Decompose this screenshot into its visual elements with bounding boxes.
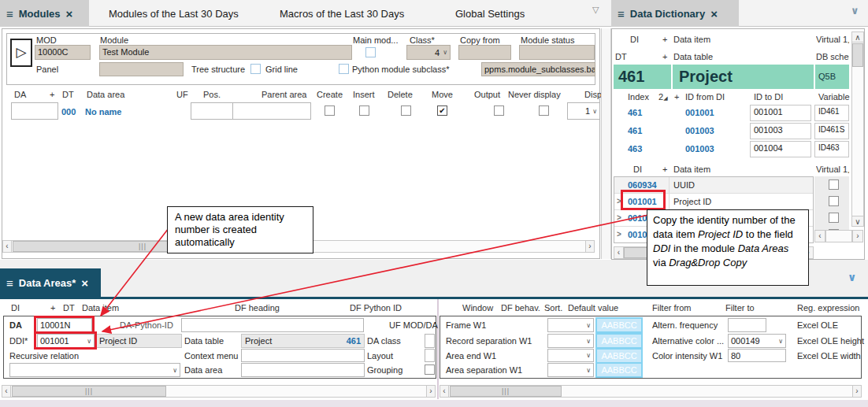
data-table-field[interactable]: Project 461: [241, 334, 365, 348]
map-header-id-to[interactable]: ID to DI: [754, 92, 783, 102]
dict-header-virtual[interactable]: Virtual 1◢: [816, 35, 849, 44]
map-row-id-to[interactable]: 001004: [750, 141, 811, 157]
col-header-data-area[interactable]: Data area: [87, 90, 124, 99]
map-row-id-to[interactable]: 001003: [750, 123, 811, 139]
area-end-color-swatch[interactable]: AABBCC: [595, 348, 643, 364]
scroll-right-icon[interactable]: ›: [426, 385, 436, 398]
record-separation-dropdown[interactable]: ∨: [547, 334, 594, 348]
selected-table-name-cell[interactable]: Project: [673, 65, 814, 89]
copy-from-field[interactable]: [458, 45, 511, 60]
move-checkbox[interactable]: ✔: [437, 105, 447, 116]
scroll-right-icon[interactable]: ›: [585, 240, 595, 253]
area-separation-color-swatch[interactable]: AABBCC: [595, 362, 643, 378]
col-header-parent-area[interactable]: Parent area: [262, 90, 306, 99]
map-row-id-from[interactable]: 001003: [685, 126, 714, 135]
items-header-plus[interactable]: +: [662, 165, 667, 174]
dict-header-plus2[interactable]: +: [662, 52, 667, 61]
module-status-field[interactable]: [519, 45, 595, 60]
da-header-sort[interactable]: Sort.: [544, 303, 562, 313]
da-left-hscroll-thumb[interactable]: |||: [12, 386, 166, 397]
map-row-index[interactable]: 461: [628, 126, 642, 135]
module-field[interactable]: Test Module: [99, 45, 352, 60]
expand-icon[interactable]: >: [617, 213, 621, 222]
da-header-dt[interactable]: DT: [63, 303, 75, 313]
layout-field[interactable]: [425, 349, 435, 362]
scroll-up-icon[interactable]: ∧: [851, 31, 864, 43]
area-separation-dropdown[interactable]: ∨: [547, 363, 594, 377]
expand-icon[interactable]: >: [617, 230, 621, 239]
map-row-id-from[interactable]: 001003: [685, 144, 714, 154]
da-header-df-python-id[interactable]: DF Python ID: [350, 303, 402, 313]
dt-value[interactable]: 000: [61, 107, 76, 117]
tabbar-dropdown-icon[interactable]: ▽: [592, 5, 599, 15]
scroll-left-icon[interactable]: ‹: [2, 385, 11, 398]
col-header-pos[interactable]: Pos.: [203, 90, 221, 99]
items-header-virtual[interactable]: Virtual 1◢: [816, 165, 849, 174]
area-end-dropdown[interactable]: ∨: [547, 349, 594, 362]
da-header-default-value[interactable]: Default value: [568, 303, 618, 313]
alternative-color-dropdown[interactable]: 000149 ∨: [728, 334, 786, 348]
scroll-right-icon[interactable]: ›: [852, 385, 862, 398]
close-icon[interactable]: ×: [66, 7, 73, 20]
create-checkbox[interactable]: [325, 105, 335, 116]
item-di[interactable]: 0010: [628, 213, 647, 223]
panel-collapse-icon[interactable]: ∨: [848, 271, 856, 283]
da-header-window[interactable]: Window: [462, 303, 493, 313]
dict-header-plus[interactable]: +: [662, 35, 667, 44]
map-row-variable[interactable]: ID461: [814, 105, 849, 121]
color-intensity-field[interactable]: 80: [728, 349, 786, 362]
python-subclass-checkbox[interactable]: [339, 64, 349, 74]
da-header-di[interactable]: DI: [11, 303, 20, 313]
close-icon[interactable]: ×: [81, 276, 88, 290]
map-row-variable[interactable]: ID463: [814, 141, 849, 157]
parent-area-input[interactable]: [232, 102, 311, 120]
panel-field[interactable]: [99, 62, 184, 76]
tab-global-settings[interactable]: Global Settings: [455, 8, 525, 20]
da-right-hscroll-thumb[interactable]: |||: [450, 386, 562, 397]
tab-modules[interactable]: ≡ Modules ×: [0, 0, 89, 27]
virtual-checkbox[interactable]: [829, 213, 839, 223]
selected-table-schema-cell[interactable]: Q5B: [815, 65, 849, 89]
da-header-df-heading[interactable]: DF heading: [235, 303, 280, 313]
da-header-filter-to[interactable]: Filter to: [725, 303, 755, 313]
dict-vscroll-thumb[interactable]: [852, 43, 863, 67]
run-module-button[interactable]: ▷: [10, 39, 32, 67]
scroll-left-icon[interactable]: ‹: [814, 230, 825, 242]
output-checkbox[interactable]: [494, 105, 504, 116]
da-python-id-field[interactable]: [181, 318, 364, 332]
scroll-left-icon[interactable]: ‹: [614, 246, 624, 259]
frame-w1-color-swatch[interactable]: AABBCC: [595, 317, 643, 333]
dict-header-data-item[interactable]: Data item: [673, 35, 710, 44]
python-subclass-field[interactable]: ppms.module_subclasses.base_clas: [481, 62, 595, 76]
item-name[interactable]: UUID: [673, 180, 695, 190]
col-header-create[interactable]: Create: [317, 90, 343, 99]
da-header-data-item[interactable]: Data item: [82, 303, 119, 313]
record-separation-color-swatch[interactable]: AABBCC: [595, 333, 643, 349]
main-mod-checkbox[interactable]: [365, 47, 376, 57]
pos-input[interactable]: [191, 102, 233, 120]
grid-line-checkbox[interactable]: [250, 64, 261, 74]
context-menu-field[interactable]: [241, 349, 365, 362]
close-icon[interactable]: ×: [710, 7, 718, 20]
map-header-index[interactable]: Index: [628, 92, 649, 102]
data-area-name[interactable]: No name: [85, 107, 121, 117]
col-header-da[interactable]: DA: [14, 90, 26, 99]
tab-modules-last-30-days[interactable]: Modules of the Last 30 Days: [109, 8, 239, 20]
col-header-delete[interactable]: Delete: [388, 90, 413, 99]
selected-table-id-cell[interactable]: 461: [614, 65, 671, 89]
map-row-index[interactable]: 461: [628, 108, 642, 117]
hamburger-icon[interactable]: ≡: [618, 7, 625, 20]
scroll-right-icon[interactable]: ›: [852, 230, 863, 242]
grouping-checkbox[interactable]: [425, 364, 435, 375]
da-header-plus[interactable]: +: [50, 303, 55, 313]
tab-data-areas[interactable]: ≡ Data Areas* ×: [0, 268, 101, 297]
map-row-id-to[interactable]: 001001: [750, 105, 811, 121]
map-row-index[interactable]: 463: [628, 144, 642, 154]
col-header-uf[interactable]: UF: [176, 90, 188, 99]
class-dropdown[interactable]: 4 ∨: [406, 45, 451, 60]
map-header-plus[interactable]: +: [674, 92, 679, 102]
panel-splitter[interactable]: [601, 28, 611, 259]
da-header-reg-expression[interactable]: Reg. expression: [797, 303, 860, 313]
window-collapse-icon[interactable]: ∨: [851, 5, 859, 17]
hamburger-icon[interactable]: ≡: [6, 276, 13, 290]
